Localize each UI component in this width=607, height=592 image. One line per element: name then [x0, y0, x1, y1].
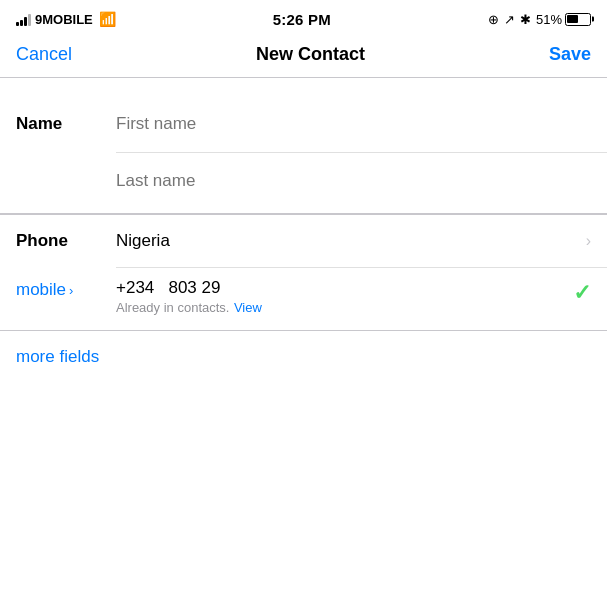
phone-input-area: Already in contacts. View	[116, 278, 573, 316]
top-spacer	[0, 78, 607, 96]
page-title: New Contact	[256, 44, 365, 65]
phone-section: Phone Nigeria › mobile › Already in cont…	[0, 215, 607, 324]
phone-number-input[interactable]	[116, 278, 573, 298]
phone-country-row[interactable]: Phone Nigeria ›	[0, 215, 607, 267]
location-icon: ⊕	[488, 12, 499, 27]
carrier-label: 9MOBILE	[35, 12, 93, 27]
bluetooth-icon: ✱	[520, 12, 531, 27]
status-left: 9MOBILE 📶	[16, 11, 116, 27]
status-right: ⊕ ↗ ✱ 51%	[488, 12, 591, 27]
country-name: Nigeria	[116, 231, 586, 251]
battery-icon	[565, 13, 591, 26]
mobile-label: mobile	[16, 280, 66, 300]
chevron-right-icon: ›	[586, 232, 591, 250]
first-name-input[interactable]	[116, 114, 591, 134]
mobile-type-selector[interactable]: mobile ›	[16, 278, 116, 300]
name-label: Name	[16, 114, 116, 134]
status-bar: 9MOBILE 📶 5:26 PM ⊕ ↗ ✱ 51%	[0, 0, 607, 36]
last-name-input[interactable]	[116, 171, 591, 191]
checkmark-icon: ✓	[573, 278, 591, 306]
battery-percent: 51%	[536, 12, 562, 27]
phone-label: Phone	[16, 231, 116, 251]
first-name-row: Name	[0, 96, 607, 152]
phone-number-row: mobile › Already in contacts. View ✓	[0, 268, 607, 324]
more-fields-section: more fields	[0, 331, 607, 383]
cancel-button[interactable]: Cancel	[16, 44, 72, 65]
save-button[interactable]: Save	[549, 44, 591, 65]
status-time: 5:26 PM	[273, 11, 331, 28]
last-name-row	[0, 153, 607, 209]
battery-container: 51%	[536, 12, 591, 27]
name-section: Name	[0, 96, 607, 209]
already-label: Already in contacts.	[116, 300, 229, 315]
more-fields-button[interactable]: more fields	[16, 347, 99, 366]
mobile-chevron-icon: ›	[69, 283, 73, 298]
already-in-contacts-text: Already in contacts. View	[116, 298, 573, 316]
signal-bars-icon	[16, 12, 31, 26]
navigation-icon: ↗	[504, 12, 515, 27]
nav-bar: Cancel New Contact Save	[0, 36, 607, 77]
view-link[interactable]: View	[234, 300, 262, 315]
wifi-icon: 📶	[99, 11, 116, 27]
